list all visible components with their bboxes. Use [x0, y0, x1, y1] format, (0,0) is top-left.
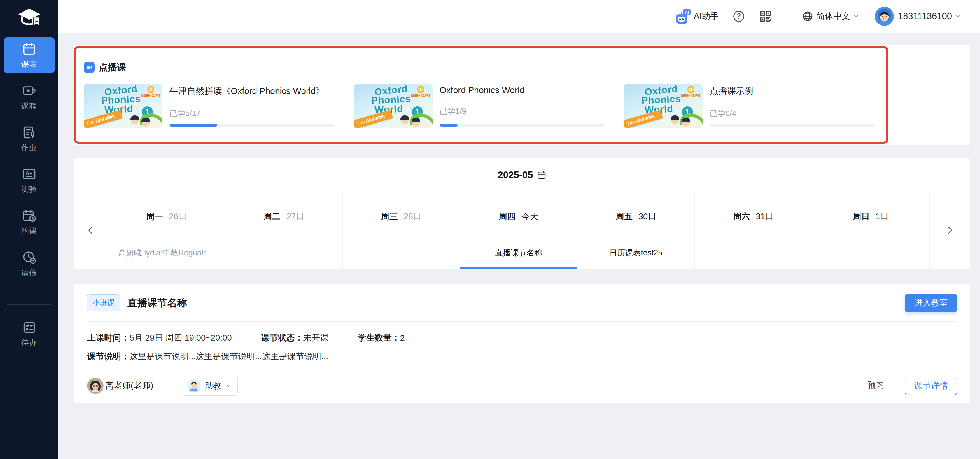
chevron-left-icon [86, 226, 95, 235]
vod-course-list: Oxford Phonics World 1 Multi-ROMs [84, 84, 875, 128]
cover-kid-figure [682, 119, 690, 127]
lesson-actions: 预习 课节详情 [859, 377, 957, 395]
assistant-avatar [187, 379, 200, 392]
calendar-day-saturday[interactable]: 周六31日 [694, 192, 812, 268]
chevron-down-icon [955, 13, 961, 20]
day-date: 今天 [522, 212, 538, 221]
sidebar-item-label: 请假 [21, 268, 37, 278]
ai-assistant-label: AI助手 [694, 11, 719, 22]
help-button[interactable] [732, 10, 746, 23]
app-window: 课表 课程 作业 测验 约课 请假 [0, 0, 980, 459]
day-date: 27日 [286, 212, 304, 221]
language-selector[interactable]: 简体中文 [802, 11, 859, 22]
assistant-label: 助教 [205, 380, 221, 391]
calendar-day-monday[interactable]: 周一26日 高妍曦 lydia:中教Regualr ... [108, 192, 225, 268]
day-date: 31日 [756, 212, 773, 221]
sidebar: 课表 课程 作业 测验 约课 请假 [0, 0, 58, 459]
day-of-week: 周二 [264, 212, 281, 221]
sidebar-item-todo[interactable]: 待办 [3, 316, 55, 352]
cover-rom-badge: Multi-ROMs [411, 86, 431, 97]
course-title: Oxford Phonics World [439, 85, 605, 95]
calendar-day-thursday-today[interactable]: 周四今天 直播课节名称 [460, 192, 577, 268]
sidebar-item-label: 约课 [21, 226, 37, 236]
progress-bar [169, 124, 334, 127]
video-icon [22, 83, 37, 98]
globe-icon [802, 11, 813, 22]
progress-fill [439, 124, 458, 127]
teacher-avatar [87, 378, 103, 394]
progress-fill [169, 124, 217, 127]
month-label: 2025-05 [498, 170, 533, 181]
course-title: 牛津自然拼读《Oxford Phonics World》 [169, 85, 334, 97]
day-event: 高妍曦 lydia:中教Regualr ... [108, 248, 225, 258]
calendar-header: 2025-05 [74, 158, 970, 192]
content-area: 点播课 Oxford Phonics World 1 [58, 33, 980, 459]
course-progress-text: 已学1/9 [439, 106, 605, 117]
calendar-icon [22, 41, 37, 57]
chevron-down-icon [225, 382, 232, 389]
qrcode-button[interactable] [759, 10, 772, 23]
sidebar-item-courses[interactable]: 课程 [3, 79, 55, 115]
sidebar-item-booking[interactable]: 约课 [3, 204, 55, 240]
calendar-day-tuesday[interactable]: 周二27日 [225, 192, 342, 268]
course-cover: Oxford Phonics World 1 Multi-ROMs [354, 84, 433, 128]
teacher-name: 高老师(老师) [105, 380, 153, 392]
lesson-detail-button[interactable]: 课节详情 [905, 377, 957, 395]
lesson-footer-row: 高老师(老师) 助教 预习 课节详情 [87, 376, 957, 396]
sidebar-item-label: 作业 [21, 143, 37, 153]
preview-button[interactable]: 预习 [859, 377, 893, 394]
day-date: 1日 [876, 212, 889, 221]
course-card[interactable]: Oxford Phonics World 1 Multi-ROMs [84, 84, 334, 128]
sidebar-nav: 课表 课程 作业 测验 约课 请假 [0, 37, 58, 357]
calendar-day-wednesday[interactable]: 周三28日 [342, 192, 460, 268]
sidebar-item-label: 待办 [21, 338, 37, 348]
user-avatar [875, 7, 894, 26]
sidebar-item-quiz[interactable]: 测验 [3, 162, 55, 198]
course-cover: Oxford Phonics World 1 Multi-ROMs [624, 84, 703, 128]
cover-kid-figure [671, 117, 679, 124]
main-area: AI AI助手 简体中文 18311136100 [58, 0, 980, 459]
prev-week-button[interactable] [74, 192, 108, 268]
calendar-week-grid: 周一26日 高妍曦 lydia:中教Regualr ... 周二27日 周三28… [74, 192, 970, 268]
course-card[interactable]: Oxford Phonics World 1 Multi-ROMs [624, 84, 875, 128]
enter-classroom-button[interactable]: 进入教室 [905, 294, 957, 312]
calendar-day-friday[interactable]: 周五30日 日历课表test25 [577, 192, 694, 268]
calendar-month-title: 2025-05 [498, 170, 546, 181]
calendar-clock-icon [22, 208, 37, 223]
day-of-week: 周三 [381, 212, 398, 221]
cd-icon [417, 86, 425, 93]
language-label: 简体中文 [816, 11, 850, 22]
cover-kid-figure [401, 117, 409, 124]
day-of-week: 周四 [499, 212, 515, 221]
lesson-card: 小班课 直播课节名称 进入教室 上课时间： 5月 29日 周四 19:00~20… [74, 284, 970, 403]
sidebar-item-homework[interactable]: 作业 [3, 121, 55, 157]
vod-section-header: 点播课 [84, 61, 961, 73]
vod-section: 点播课 Oxford Phonics World 1 [74, 45, 970, 145]
calendar-day-sunday[interactable]: 周日1日 [812, 192, 929, 268]
cd-icon [687, 86, 694, 93]
day-date: 26日 [169, 212, 187, 221]
day-event: 日历课表test25 [578, 248, 694, 258]
user-account-menu[interactable]: 18311136100 [875, 7, 961, 26]
day-event: 直播课节名称 [460, 248, 577, 258]
course-card[interactable]: Oxford Phonics World 1 Multi-ROMs [354, 84, 605, 128]
lesson-header-row: 小班课 直播课节名称 进入教室 [87, 284, 957, 322]
user-phone-number: 18311136100 [898, 11, 952, 22]
assistant-dropdown[interactable]: 助教 [182, 376, 238, 396]
clock-minus-icon [22, 250, 37, 265]
sidebar-item-schedule[interactable]: 课表 [3, 37, 55, 73]
sidebar-item-label: 课程 [21, 101, 37, 111]
ai-assistant-button[interactable]: AI AI助手 [676, 9, 719, 24]
day-of-week: 周六 [733, 212, 750, 221]
day-of-week: 周五 [616, 212, 633, 221]
lesson-meta-row: 上课时间： 5月 29日 周四 19:00~20:00 课节状态： 未开课 学生… [87, 332, 957, 344]
students-label: 学生数量： [358, 332, 400, 344]
time-label: 上课时间： [87, 332, 129, 344]
status-label: 课节状态： [261, 332, 303, 344]
sidebar-item-label: 课表 [21, 59, 37, 70]
progress-bar [710, 124, 875, 127]
next-week-button[interactable] [929, 192, 970, 268]
cover-rom-badge: Multi-ROMs [681, 86, 701, 97]
day-date: 30日 [638, 212, 656, 221]
sidebar-item-leave[interactable]: 请假 [3, 246, 55, 282]
